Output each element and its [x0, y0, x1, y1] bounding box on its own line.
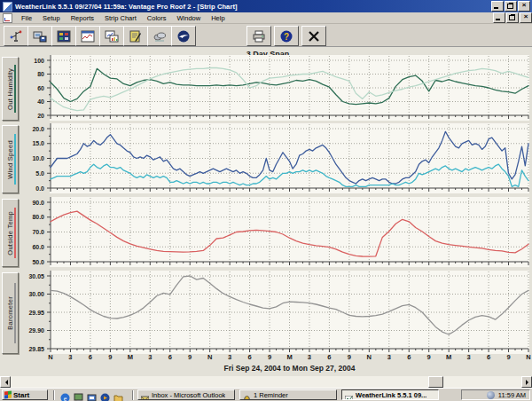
series-color-bar	[14, 134, 16, 185]
notes-button[interactable]	[123, 26, 148, 46]
child-close-button[interactable]: ×	[520, 12, 532, 23]
weather-cloud-button[interactable]	[147, 26, 172, 46]
xtick-label: 3	[467, 353, 471, 361]
menu-reports[interactable]: Reports	[66, 13, 99, 23]
child-restore-button[interactable]	[506, 12, 519, 23]
bulletin-button[interactable]	[4, 26, 28, 46]
strip-chart-svg: 3 Day Span1008060402020.015.010.05.00.09…	[0, 47, 532, 376]
panel-label-wind-speed[interactable]: Wind Speed	[2, 125, 19, 193]
xtick-label: 9	[268, 353, 271, 361]
ytick-label: 100	[34, 58, 44, 64]
help-button[interactable]: ?	[274, 26, 299, 46]
xtick-label: 3	[228, 353, 231, 361]
print-icon	[252, 30, 266, 43]
close-button[interactable]: ×	[518, 1, 530, 12]
horizontal-scrollbar[interactable]	[0, 376, 532, 388]
xtick-label: 6	[327, 353, 331, 361]
minimize-icon	[496, 19, 500, 20]
ytick-label: 29.85	[28, 346, 44, 352]
tray-status-icon[interactable]	[487, 391, 495, 399]
ytick-label: 15.0	[32, 140, 44, 146]
menu-colors[interactable]: Colors	[142, 13, 172, 23]
quick-launch-media-player-icon[interactable]	[100, 390, 110, 400]
xtick-label: 6	[487, 353, 490, 361]
panel-barometer: 30.0530.0029.9529.9029.85N369M369N369M36…	[28, 271, 530, 373]
bulletin-icon	[9, 30, 23, 43]
panel-label-barometer[interactable]: Barometer	[2, 272, 19, 354]
menu-bar: FileSetupReportsStrip ChartColorsWindowH…	[0, 12, 532, 24]
task-button-3[interactable]: WeatherLink 5.5.1 09...	[341, 389, 439, 400]
scrollbar-thumb[interactable]	[428, 376, 443, 388]
xtick-label: 6	[168, 353, 172, 361]
outlook-icon	[141, 391, 149, 399]
quick-launch-folder-icon[interactable]	[113, 390, 123, 400]
ytick-label: 5.0	[35, 170, 44, 177]
xtick-label: 9	[188, 353, 192, 361]
start-label: Start	[13, 391, 29, 399]
toolbar: ?	[0, 24, 532, 47]
menu-setup[interactable]: Setup	[37, 13, 66, 23]
download-button[interactable]	[27, 26, 52, 46]
quick-launch-show-desktop-icon[interactable]	[74, 390, 83, 400]
panel-label-out-humidity[interactable]: Out Humidity	[2, 57, 19, 121]
svg-text:?: ?	[284, 32, 289, 42]
menu-window[interactable]: Window	[172, 13, 207, 23]
ytick-label: 10.0	[32, 155, 44, 161]
panel-wind-speed: 20.015.010.05.00.0	[32, 123, 529, 193]
print-button[interactable]	[246, 26, 271, 46]
taskbar-clock: 11:59 AM	[498, 391, 526, 399]
x-axis-title: Fri Sep 24, 2004 to Mon Sep 27, 2004	[224, 364, 356, 373]
menu-help[interactable]: Help	[206, 13, 230, 23]
menu-strip-chart[interactable]: Strip Chart	[99, 13, 142, 23]
taskbar-divider	[132, 390, 134, 400]
task-button-2[interactable]: 1 Reminder	[239, 389, 337, 400]
xtick-label: M	[446, 353, 451, 361]
scroll-right-button[interactable]	[521, 376, 532, 388]
close-icon	[307, 30, 321, 43]
noaa-logo-icon	[176, 30, 191, 43]
strip-chart-area: 3 Day Span1008060402020.015.010.05.00.09…	[0, 47, 532, 376]
strip-chart-window-icon[interactable]	[3, 13, 12, 23]
xtick-label: M	[286, 353, 292, 361]
panel-out-humidity: 10080604020	[34, 55, 529, 121]
weatherlink-icon	[345, 391, 353, 399]
app-icon	[3, 2, 12, 12]
restore-button[interactable]	[505, 1, 517, 12]
ytick-label: 20.0	[32, 126, 44, 132]
windows-logo-icon	[4, 391, 12, 399]
scroll-left-icon	[3, 380, 8, 385]
download-icon	[33, 30, 47, 43]
quick-launch-internet-explorer-icon[interactable]: e	[60, 390, 70, 400]
series-color-bar	[14, 283, 16, 343]
panel-label-outside-temp[interactable]: Outside Temp	[2, 199, 19, 267]
xtick-label: 9	[348, 353, 351, 361]
ytick-label: 40	[37, 98, 44, 105]
plot-button[interactable]	[99, 26, 124, 46]
close-button[interactable]	[301, 26, 326, 46]
ytick-label: 60	[37, 85, 44, 91]
xtick-label: 3	[68, 353, 72, 361]
panel-outside-temp: 90.080.070.060.050.0	[32, 197, 529, 267]
xtick-label: 9	[506, 353, 510, 361]
xtick-label: N	[526, 353, 530, 361]
xtick-label: 9	[427, 353, 431, 361]
quick-launch-channels-icon[interactable]	[87, 390, 97, 400]
strip-chart-button[interactable]	[75, 26, 100, 46]
ytick-label: 29.90	[28, 327, 44, 334]
xtick-label: 3	[148, 353, 152, 361]
xtick-label: 6	[407, 353, 411, 361]
window-titlebar: WeatherLink 5.5.1 09/27/04 11:59a: Vanta…	[0, 0, 532, 12]
child-minimize-button[interactable]	[493, 12, 505, 23]
minimize-button[interactable]	[491, 1, 504, 12]
xtick-label: N	[48, 353, 52, 361]
scroll-left-button[interactable]	[0, 376, 11, 388]
start-button[interactable]: Start	[2, 389, 48, 400]
xtick-label: 9	[108, 353, 112, 361]
ytick-label: 0.0	[35, 185, 44, 192]
menu-file[interactable]: File	[16, 13, 37, 23]
summary-button[interactable]	[51, 26, 76, 46]
xtick-label: 6	[247, 353, 251, 361]
noaa-logo-button[interactable]	[171, 26, 196, 46]
ytick-label: 70.0	[32, 229, 44, 235]
task-button-1[interactable]: Inbox - Microsoft Outlook	[137, 389, 235, 400]
